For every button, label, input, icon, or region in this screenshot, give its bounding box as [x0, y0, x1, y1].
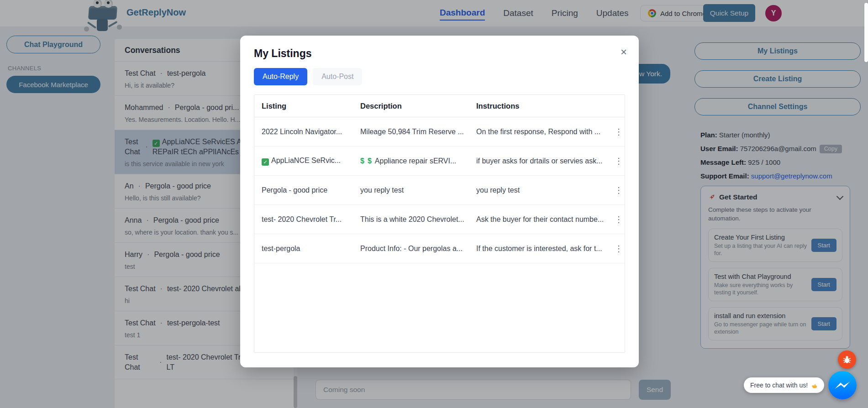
table-row: ✓AppLiaNCE SeRvic... $$Appliance repair … [254, 146, 625, 176]
dollar-icon: $ [368, 157, 372, 165]
kebab-menu-icon[interactable]: ⋮ [615, 185, 625, 195]
table-header-row: Listing Description Instructions [254, 95, 625, 117]
close-icon[interactable]: × [621, 47, 627, 58]
instructions-cell: On the first response, Respond with ... [469, 128, 615, 136]
table-row: test- 2020 Chevrolet Tr... This is a whi… [254, 205, 625, 234]
chat-prompt-label: Free to chat with us! [750, 382, 808, 389]
check-badge-icon: ✓ [262, 158, 269, 166]
instructions-cell: Ask the buyer for their contact numbe... [469, 215, 615, 224]
column-header-instructions: Instructions [469, 102, 615, 110]
listing-cell: 2022 Lincoln Navigator... [254, 128, 353, 136]
bug-report-button[interactable] [838, 350, 856, 369]
listing-cell: test-pergola [254, 245, 353, 253]
messenger-chat-button[interactable] [828, 371, 857, 399]
description-cell: $$Appliance repair sERVI... [353, 157, 469, 165]
description-cell: Product Info: - Our pergolas a... [353, 245, 469, 253]
getreplynow-dashboard: GetReplyNow Dashboard Dataset Pricing Up… [0, 0, 868, 408]
description-cell: This is a white 2020 Chevrolet... [353, 215, 469, 224]
modal-title: My Listings [254, 47, 625, 60]
table-row: test-pergola Product Info: - Our pergola… [254, 234, 625, 263]
kebab-menu-icon[interactable]: ⋮ [615, 127, 625, 137]
listing-cell: Pergola - good price [254, 186, 353, 194]
column-header-listing: Listing [254, 102, 353, 110]
table-row: Pergola - good price you reply test you … [254, 176, 625, 205]
instructions-cell: you reply test [469, 186, 615, 194]
dollar-icon: $ [360, 157, 364, 165]
modal-tabs: Auto-Reply Auto-Post [254, 68, 625, 85]
bug-icon [842, 355, 852, 365]
my-listings-modal: My Listings × Auto-Reply Auto-Post Listi… [240, 36, 639, 367]
chat-prompt-bubble[interactable]: Free to chat with us! [744, 377, 824, 393]
listing-cell: ✓AppLiaNCE SeRvic... [254, 157, 353, 166]
description-cell: Mileage 50,984 Trim Reserve ... [353, 128, 469, 136]
instructions-cell: If the customer is interested, ask for t… [469, 245, 615, 253]
column-header-description: Description [353, 102, 469, 110]
tab-auto-post[interactable]: Auto-Post [313, 68, 362, 85]
tab-auto-reply[interactable]: Auto-Reply [254, 68, 307, 85]
listing-cell: test- 2020 Chevrolet Tr... [254, 215, 353, 224]
listings-table: Listing Description Instructions 2022 Li… [254, 94, 625, 353]
table-row: 2022 Lincoln Navigator... Mileage 50,984… [254, 117, 625, 146]
kebab-menu-icon[interactable]: ⋮ [615, 214, 625, 225]
page-scrollbar[interactable] [864, 3, 868, 62]
kebab-menu-icon[interactable]: ⋮ [615, 156, 625, 166]
pointing-hand-icon [811, 382, 818, 389]
kebab-menu-icon[interactable]: ⋮ [615, 244, 625, 254]
description-cell: you reply test [353, 186, 469, 194]
messenger-icon [828, 371, 857, 399]
instructions-cell: if buyer asks for drtails or servies ask… [469, 157, 615, 165]
